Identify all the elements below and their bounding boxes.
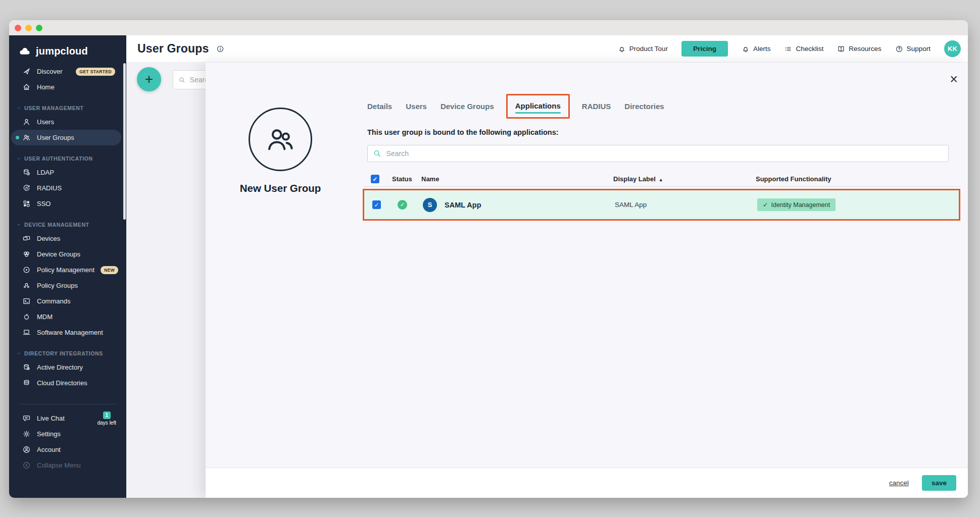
add-user-group-button[interactable]: + <box>137 67 161 91</box>
modal-footer: cancel save <box>206 468 968 498</box>
modal-tabs: Details Users Device Groups Applications… <box>367 97 664 115</box>
check-icon: ✓ <box>763 201 768 209</box>
sidebar-item-policy-management[interactable]: Policy Management NEW <box>11 262 121 278</box>
desktop: jumpcloud Discover GET STARTED Home USER… <box>0 0 980 517</box>
book-icon <box>837 45 845 53</box>
sidebar-item-collapse-menu[interactable]: Collapse Menu <box>11 457 121 473</box>
group-name-label: New User Group <box>217 182 344 194</box>
sidebar-item-radius[interactable]: RADIUS <box>11 180 121 196</box>
new-badge: NEW <box>101 266 118 274</box>
name-cell: S SAML App <box>423 198 615 212</box>
sidebar-section-directory-integrations[interactable]: DIRECTORY INTEGRATIONS <box>9 347 126 359</box>
tab-users[interactable]: Users <box>406 102 427 111</box>
sidebar-item-account[interactable]: Account <box>11 442 121 457</box>
user-avatar[interactable]: KK <box>944 40 961 57</box>
app-window: jumpcloud Discover GET STARTED Home USER… <box>9 20 968 498</box>
app-name: SAML App <box>445 201 481 209</box>
device-groups-icon <box>22 250 31 258</box>
chat-bubble-icon <box>22 414 31 423</box>
rocket-icon <box>22 67 31 76</box>
alerts-button[interactable]: Alerts <box>742 45 771 53</box>
jumpcloud-logo[interactable]: jumpcloud <box>18 43 126 59</box>
tab-directories[interactable]: Directories <box>624 102 664 111</box>
sidebar-item-devices[interactable]: Devices <box>11 231 121 246</box>
sidebar-item-active-directory[interactable]: Active Directory <box>11 359 121 375</box>
sidebar-item-settings[interactable]: Settings <box>11 426 121 442</box>
user-icon <box>22 118 31 126</box>
close-window-button[interactable] <box>15 25 21 31</box>
pricing-button[interactable]: Pricing <box>681 41 728 57</box>
tab-applications[interactable]: Applications <box>515 101 561 110</box>
main-content: User Groups Product Tour Pricing Alerts <box>126 35 968 498</box>
commands-terminal-icon <box>22 297 31 305</box>
active-tab-underline <box>515 112 561 114</box>
tab-radius[interactable]: RADIUS <box>582 102 611 111</box>
cloud-logo-icon <box>18 45 32 57</box>
close-icon[interactable]: × <box>950 73 958 86</box>
policy-management-icon <box>22 266 31 274</box>
cloud-directories-icon <box>22 379 31 387</box>
product-tour-button[interactable]: Product Tour <box>618 45 668 53</box>
applications-search-input[interactable] <box>386 149 943 158</box>
sort-ascending-icon: ▲ <box>659 177 663 182</box>
annotation-box-applications-tab: Applications <box>506 94 570 119</box>
chevron-down-icon <box>16 222 21 227</box>
save-button[interactable]: save <box>922 475 956 491</box>
new-user-group-modal: × New User Group Details Users Device Gr… <box>206 63 968 498</box>
checklist-icon <box>784 45 792 53</box>
sidebar-scrollbar[interactable] <box>123 63 126 220</box>
sidebar-item-mdm[interactable]: MDM <box>11 309 121 325</box>
gear-icon <box>22 430 31 438</box>
sidebar-section-user-management[interactable]: USER MANAGEMENT <box>9 102 126 114</box>
table-row-saml-app[interactable]: ✓ ✓ S SAML App SAML App ✓ <box>363 189 960 221</box>
info-icon[interactable] <box>216 45 224 53</box>
sidebar-item-live-chat[interactable]: Live Chat 1 days left <box>11 410 121 426</box>
checklist-button[interactable]: Checklist <box>784 45 823 53</box>
app-header: User Groups Product Tour Pricing Alerts <box>126 35 968 63</box>
user-group-icon <box>22 133 31 142</box>
tab-device-groups[interactable]: Device Groups <box>440 102 494 111</box>
sidebar-item-device-groups[interactable]: Device Groups <box>11 246 121 262</box>
software-management-icon <box>22 328 31 337</box>
chevron-down-icon <box>16 106 21 111</box>
cancel-button[interactable]: cancel <box>889 479 909 487</box>
support-button[interactable]: Support <box>895 45 930 53</box>
sidebar-item-policy-groups[interactable]: Policy Groups <box>11 278 121 293</box>
sidebar-item-users[interactable]: Users <box>11 114 121 130</box>
column-status: Status <box>392 175 421 183</box>
applications-search <box>367 145 949 162</box>
active-dot <box>16 136 19 139</box>
functionality-cell: ✓ Identity Management <box>757 198 959 211</box>
sidebar-item-sso[interactable]: SSO <box>11 196 121 212</box>
titlebar <box>9 20 968 35</box>
sidebar: jumpcloud Discover GET STARTED Home USER… <box>9 35 126 498</box>
select-all-checkbox[interactable]: ✓ <box>371 175 379 183</box>
column-supported-functionality: Supported Functionality <box>756 175 960 183</box>
search-icon <box>178 76 186 84</box>
sidebar-item-home[interactable]: Home <box>11 79 121 95</box>
policy-groups-icon <box>22 281 31 290</box>
sidebar-section-user-authentication[interactable]: USER AUTHENTICATION <box>9 152 126 165</box>
resources-button[interactable]: Resources <box>837 45 881 53</box>
status-active-icon: ✓ <box>398 200 407 210</box>
app-avatar: S <box>423 198 437 212</box>
home-icon <box>22 83 31 91</box>
tab-details[interactable]: Details <box>367 102 392 111</box>
identity-management-badge: ✓ Identity Management <box>757 198 836 211</box>
active-directory-icon <box>22 363 31 372</box>
sidebar-item-cloud-directories[interactable]: Cloud Directories <box>11 375 121 391</box>
radius-icon <box>22 184 31 192</box>
sidebar-item-user-groups[interactable]: User Groups <box>11 130 121 145</box>
column-display-label[interactable]: Display Label▲ <box>613 175 756 183</box>
minimize-window-button[interactable] <box>25 25 32 31</box>
sidebar-item-commands[interactable]: Commands <box>11 293 121 309</box>
collapse-menu-icon <box>22 461 31 470</box>
apple-mdm-icon <box>22 313 31 321</box>
zoom-window-button[interactable] <box>36 25 42 31</box>
sidebar-item-ldap[interactable]: LDAP <box>11 165 121 180</box>
sidebar-item-software-management[interactable]: Software Management <box>11 325 121 340</box>
applications-table: ✓ Status Name Display Label▲ Supported F… <box>363 172 960 221</box>
row-checkbox[interactable]: ✓ <box>372 200 381 209</box>
sidebar-item-discover[interactable]: Discover GET STARTED <box>11 64 121 79</box>
sidebar-section-device-management[interactable]: DEVICE MANAGEMENT <box>9 219 126 231</box>
